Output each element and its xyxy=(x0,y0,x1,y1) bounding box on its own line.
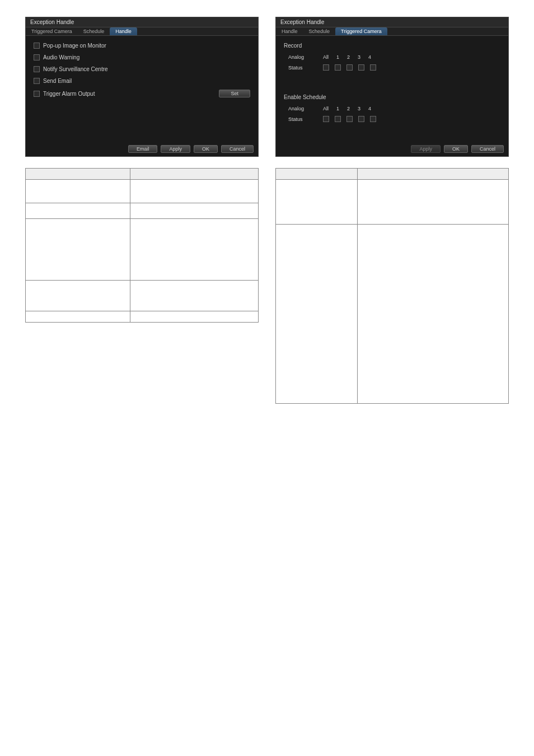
tab-triggered-camera[interactable]: Triggered Camera xyxy=(26,27,78,35)
table-header xyxy=(276,169,358,180)
apply-button[interactable]: Apply xyxy=(411,145,441,153)
checkbox-icon[interactable] xyxy=(358,116,364,122)
left-table xyxy=(25,168,259,323)
table-header xyxy=(357,169,508,180)
table-row xyxy=(276,180,509,225)
analog-row: Analog All 1 2 3 4 xyxy=(284,106,500,111)
row-label: Status xyxy=(284,65,317,71)
cancel-button[interactable]: Cancel xyxy=(471,145,504,153)
tab-triggered-camera[interactable]: Triggered Camera xyxy=(335,27,387,35)
col-1: 1 xyxy=(336,54,339,60)
button-row: Apply OK Cancel xyxy=(276,142,508,156)
analog-row: Analog All 1 2 3 4 xyxy=(284,54,500,60)
right-table xyxy=(275,168,509,404)
col-2: 2 xyxy=(347,54,350,60)
exception-handle-panel-left: Exception Handle Triggered Camera Schedu… xyxy=(25,17,259,157)
checkbox-icon[interactable] xyxy=(346,64,353,71)
option-label: Pop-up Image on Monitor xyxy=(43,43,106,49)
table-row xyxy=(26,281,259,311)
tabs: Handle Schedule Triggered Camera xyxy=(276,27,508,36)
checkbox-icon[interactable] xyxy=(34,43,40,49)
set-button[interactable]: Set xyxy=(219,90,250,97)
tab-schedule[interactable]: Schedule xyxy=(78,27,110,35)
row-label: Analog xyxy=(284,54,317,60)
checkbox-icon[interactable] xyxy=(370,64,376,71)
checkbox-icon[interactable] xyxy=(358,64,364,71)
ok-button[interactable]: OK xyxy=(194,145,218,153)
table-row xyxy=(26,180,259,203)
exception-handle-panel-right: Exception Handle Handle Schedule Trigger… xyxy=(275,17,509,157)
table-header xyxy=(26,169,130,180)
section-record: Record xyxy=(284,43,500,49)
ok-button[interactable]: OK xyxy=(444,145,468,153)
checkbox-icon[interactable] xyxy=(370,116,376,122)
checkbox-icon[interactable] xyxy=(34,91,40,97)
table-row xyxy=(26,219,259,281)
option-popup-image[interactable]: Pop-up Image on Monitor xyxy=(34,43,250,49)
checkbox-icon[interactable] xyxy=(34,78,40,84)
row-label: Status xyxy=(284,116,317,122)
col-all: All xyxy=(323,54,329,60)
tabs: Triggered Camera Schedule Handle xyxy=(26,27,258,36)
panel-title: Exception Handle xyxy=(276,17,508,27)
option-label: Notify Surveillance Centre xyxy=(43,66,108,72)
checkbox-icon[interactable] xyxy=(346,116,353,122)
table-row xyxy=(26,203,259,219)
tab-schedule[interactable]: Schedule xyxy=(303,27,336,35)
option-audio-warning[interactable]: Audio Warning xyxy=(34,54,250,60)
checkbox-icon[interactable] xyxy=(335,64,341,71)
table-row xyxy=(276,225,509,404)
table-header xyxy=(130,169,259,180)
button-row: Email Apply OK Cancel xyxy=(26,142,258,156)
table-row xyxy=(26,311,259,323)
option-label: Audio Warning xyxy=(43,54,79,60)
col-4: 4 xyxy=(368,106,371,111)
panel-title: Exception Handle xyxy=(26,17,258,27)
col-3: 3 xyxy=(358,106,360,111)
cancel-button[interactable]: Cancel xyxy=(221,145,254,153)
section-enable-schedule: Enable Schedule xyxy=(284,94,500,100)
email-button[interactable]: Email xyxy=(128,145,158,153)
option-send-email[interactable]: Send Email xyxy=(34,78,250,84)
option-label: Send Email xyxy=(43,78,72,84)
option-trigger-alarm[interactable]: Trigger Alarm Output Set xyxy=(34,90,250,97)
status-row: Status xyxy=(284,64,500,71)
col-all: All xyxy=(323,106,329,111)
status-row: Status xyxy=(284,116,500,122)
checkbox-icon[interactable] xyxy=(34,66,40,72)
col-4: 4 xyxy=(368,54,371,60)
col-3: 3 xyxy=(358,54,360,60)
col-1: 1 xyxy=(336,106,339,111)
tab-handle[interactable]: Handle xyxy=(276,27,303,35)
option-notify-surveillance[interactable]: Notify Surveillance Centre xyxy=(34,66,250,72)
checkbox-icon[interactable] xyxy=(323,116,329,122)
option-label: Trigger Alarm Output xyxy=(43,91,95,97)
tab-handle[interactable]: Handle xyxy=(110,27,137,35)
checkbox-icon[interactable] xyxy=(34,54,40,60)
checkbox-icon[interactable] xyxy=(335,116,341,122)
apply-button[interactable]: Apply xyxy=(161,145,190,153)
row-label: Analog xyxy=(284,106,317,111)
checkbox-icon[interactable] xyxy=(323,64,329,71)
col-2: 2 xyxy=(347,106,350,111)
